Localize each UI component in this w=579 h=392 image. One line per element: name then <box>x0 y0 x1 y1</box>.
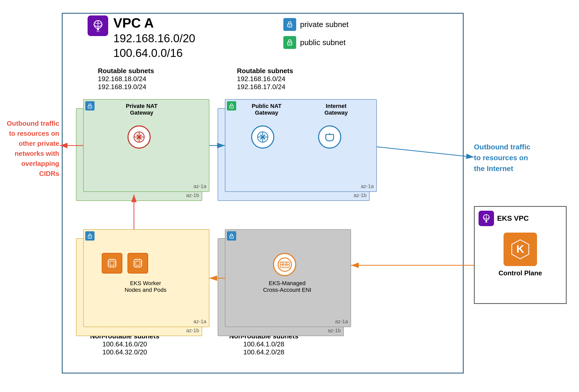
legend-private-icon <box>283 18 296 31</box>
svg-rect-55 <box>282 265 284 266</box>
private-az-inner: az-1a <box>193 183 206 189</box>
eks-vpc-title: EKS VPC <box>497 214 529 223</box>
internet-gw-label: Internet Gateway <box>310 103 362 116</box>
eks-vpc-header: EKS VPC <box>475 207 566 230</box>
vpc-a-title: VPC A <box>113 15 195 31</box>
svg-rect-36 <box>136 261 140 265</box>
public-az-outer: az-1b <box>354 192 367 198</box>
svg-rect-54 <box>282 263 284 264</box>
eks-eni-subnet-inner: az-1a EKS-Managed Cross-Account ENI <box>225 229 351 327</box>
routable-left-cidr1: 192.168.18.0/24 <box>98 75 154 83</box>
vpc-a-cidr2: 100.64.0.0/16 <box>113 46 195 60</box>
eks-worker-icons <box>102 253 148 274</box>
public-az-inner: az-1a <box>361 183 374 189</box>
public-subnet-inner: az-1a Public NAT Gateway Internet Gatewa… <box>225 99 377 192</box>
internet-gw-icon <box>318 125 341 149</box>
public-nat-label: Public NAT Gateway <box>241 103 292 116</box>
eks-worker-subnet-inner: az-1a <box>83 229 209 327</box>
legend-public: public subnet <box>283 36 348 49</box>
svg-rect-59 <box>486 220 487 221</box>
private-subnet-inner: az-1a Private NAT Gateway <box>83 99 209 192</box>
svg-point-8 <box>90 107 90 107</box>
private-nat-gw-icon <box>127 125 151 149</box>
svg-point-20 <box>90 237 90 237</box>
private-nat-title2: Gateway <box>109 109 174 116</box>
svg-rect-57 <box>285 265 287 266</box>
eks-k8s-icon: K <box>504 233 537 266</box>
eks-eni-az-inner: az-1a <box>335 319 348 325</box>
vpc-a-icon <box>88 15 108 36</box>
outbound-right-label: Outbound trafficto resources onthe Inter… <box>474 142 549 174</box>
nonroutable-right-cidr1: 100.64.1.0/28 <box>229 340 299 348</box>
eks-vpc-box: EKS VPC K Control Plane <box>474 206 567 304</box>
private-nat-title: Private NAT <box>109 103 174 109</box>
eks-eni-lock <box>227 231 236 241</box>
svg-rect-2 <box>96 30 100 31</box>
eks-worker-chip-icon-2 <box>127 253 148 274</box>
internet-gw-circle-icon <box>318 125 341 149</box>
public-subnet-lock <box>227 101 236 110</box>
eks-eni-circle-icon <box>273 253 296 276</box>
legend: private subnet public subnet <box>283 18 348 49</box>
svg-point-4 <box>289 25 290 26</box>
svg-text:K: K <box>516 243 524 255</box>
eks-eni-icon-wrap <box>273 253 296 276</box>
outbound-left-label: Outbound trafficto resources onother pri… <box>5 118 59 179</box>
routable-right-cidr2: 192.168.17.0/24 <box>237 83 293 91</box>
legend-private: private subnet <box>283 18 348 31</box>
legend-public-icon <box>283 36 296 49</box>
eks-worker-lock <box>85 231 95 241</box>
routable-left-label: Routable subnets 192.168.18.0/24 192.168… <box>98 67 154 91</box>
eks-worker-chip-icon-1 <box>102 253 122 274</box>
vpc-a-title-block: VPC A 192.168.16.0/20 100.64.0.0/16 <box>113 15 195 60</box>
nonroutable-left-cidr2: 100.64.32.0/20 <box>90 348 159 356</box>
private-az-outer: az-1b <box>186 192 199 198</box>
private-nat-label: Private NAT Gateway <box>109 103 174 116</box>
routable-right-cidr1: 192.168.16.0/24 <box>237 75 293 83</box>
eks-eni-text: EKS-Managed Cross-Account ENI <box>233 280 341 293</box>
eks-worker-text: EKS Worker Nodes and Pods <box>97 280 194 293</box>
vpc-a-cidr1: 192.168.16.0/20 <box>113 31 195 46</box>
routable-left-title: Routable subnets <box>98 67 154 75</box>
eks-vpc-icon <box>479 211 494 226</box>
svg-rect-35 <box>134 260 141 267</box>
eks-control-plane: K Control Plane <box>475 230 566 280</box>
svg-rect-21 <box>108 260 116 267</box>
svg-rect-56 <box>285 263 287 264</box>
private-nat-icon <box>127 125 151 149</box>
legend-public-label: public subnet <box>300 38 346 47</box>
vpc-a-header: VPC A 192.168.16.0/20 100.64.0.0/16 <box>88 15 195 60</box>
nonroutable-left-cidr1: 100.64.16.0/20 <box>90 340 159 348</box>
routable-left-cidr2: 192.168.19.0/24 <box>98 83 154 91</box>
eks-worker-az-inner: az-1a <box>193 319 206 325</box>
svg-point-13 <box>231 107 232 107</box>
eks-control-plane-label: Control Plane <box>498 269 542 277</box>
eks-worker-az-outer: az-1b <box>186 328 199 334</box>
svg-rect-1 <box>97 28 99 30</box>
svg-rect-22 <box>110 261 114 265</box>
svg-point-6 <box>289 43 290 44</box>
diagram: VPC A 192.168.16.0/20 100.64.0.0/16 priv… <box>0 5 579 392</box>
nonroutable-right-cidr2: 100.64.2.0/28 <box>229 348 299 356</box>
routable-right-label: Routable subnets 192.168.16.0/24 192.168… <box>237 67 293 91</box>
public-nat-icon <box>251 125 274 149</box>
routable-right-title: Routable subnets <box>237 67 293 75</box>
private-subnet-lock <box>85 101 95 110</box>
public-nat-gw-icon <box>251 125 274 149</box>
svg-point-50 <box>231 237 232 237</box>
eks-eni-az-outer: az-1b <box>328 328 341 334</box>
legend-private-label: private subnet <box>300 20 348 29</box>
